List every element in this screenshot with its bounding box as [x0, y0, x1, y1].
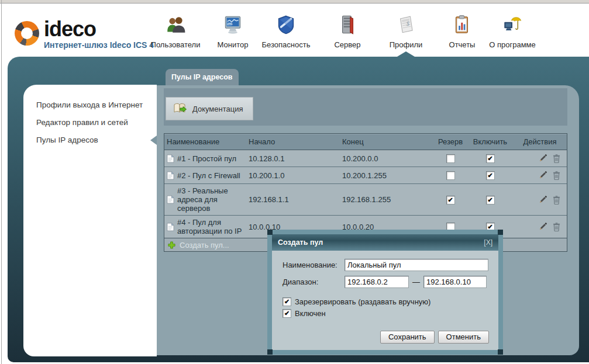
dialog-corner — [267, 230, 273, 235]
table-row: #3 - Реальные адреса для серверов192.168… — [164, 184, 567, 216]
nav-item-security[interactable]: Безопасность — [254, 14, 318, 49]
column-header: Резерв — [433, 137, 467, 146]
pool-start: 10.200.1.0 — [246, 171, 340, 180]
reserve-checkbox[interactable] — [446, 171, 455, 180]
edit-button[interactable] — [538, 222, 547, 231]
pool-name-cell: #1 - Простой пул — [164, 152, 246, 165]
pool-end: 192.168.1.255 — [340, 195, 433, 204]
pool-name: #3 - Реальные адреса для серверов — [177, 186, 244, 213]
delete-button[interactable] — [552, 195, 561, 204]
pool-start: 10.128.0.1 — [246, 154, 340, 163]
edit-button[interactable] — [538, 154, 547, 163]
dialog-title-bar: Создать пул [X] — [272, 234, 498, 251]
app-logo: ideco Интернет-шлюз Ideco ICS 4 — [15, 19, 154, 50]
nav-item-label: Безопасность — [254, 40, 318, 49]
server-icon — [315, 14, 380, 39]
trash-icon — [552, 222, 561, 231]
edit-button[interactable] — [538, 171, 547, 180]
browser-frame-left — [1, 0, 2, 364]
pool-name-cell: #2 - Пул с Firewall — [164, 169, 246, 182]
edit-button[interactable] — [538, 195, 547, 204]
documentation-label: Документация — [192, 105, 243, 113]
dialog-corner — [498, 349, 503, 355]
nav-item-about[interactable]: О программе — [480, 14, 545, 49]
reserve-checkbox[interactable] — [446, 154, 455, 163]
pool-start: 192.168.1.1 — [246, 195, 340, 204]
pencil-icon — [538, 154, 547, 163]
enable-checkbox[interactable] — [486, 196, 495, 204]
pencil-icon — [538, 195, 547, 204]
dialog-title: Создать пул — [278, 234, 323, 251]
nav-item-users[interactable]: Пользователи — [143, 14, 208, 49]
nav-item-label: О программе — [480, 40, 545, 49]
range-label: Диапазон: — [283, 278, 345, 286]
pool-name: #2 - Пул с Firewall — [177, 171, 240, 180]
cancel-button[interactable]: Отменить — [438, 331, 489, 344]
pool-end: 10.200.0.0 — [340, 154, 433, 163]
document-icon — [167, 195, 174, 204]
browser-frame-top — [0, 0, 589, 4]
pool-name-cell: #3 - Реальные адреса для серверов — [164, 184, 246, 215]
pool-name-label: Наименование: — [283, 261, 345, 269]
trash-icon — [552, 154, 561, 163]
security-icon — [254, 14, 318, 39]
ideco-logo-icon — [15, 21, 39, 46]
dialog-close-button[interactable]: [X] — [484, 234, 492, 251]
enable-checkbox[interactable] — [486, 154, 495, 163]
svg-text:$: $ — [407, 20, 410, 27]
delete-button[interactable] — [552, 222, 561, 231]
active-item-arrow-icon — [150, 136, 157, 145]
reserve-checkbox[interactable] — [446, 196, 455, 204]
book-icon — [173, 103, 187, 115]
pool-end: 10.200.1.255 — [340, 171, 433, 180]
pool-name: #1 - Простой пул — [177, 154, 236, 163]
column-header: Конец — [340, 137, 433, 146]
column-header: Действия — [513, 137, 567, 146]
enable-checkbox[interactable] — [486, 171, 495, 180]
range-start-input[interactable] — [345, 276, 409, 288]
documentation-button[interactable]: Документация — [166, 97, 253, 120]
enabled-checkbox[interactable] — [283, 309, 291, 318]
dialog-body: Наименование: Диапазон: — Зарезервироват… — [272, 251, 498, 344]
pool-name-cell: #4 - Пул для авторизации по IP — [164, 216, 246, 238]
nav-item-profiles[interactable]: $Профили — [374, 14, 438, 49]
about-icon — [480, 14, 545, 39]
nav-item-label: Пользователи — [143, 40, 208, 49]
dialog-corner — [267, 349, 273, 355]
range-end-input[interactable] — [423, 276, 487, 288]
sidebar-item-rules-editor[interactable]: Редактор правил и сетей — [23, 114, 157, 131]
logo-title: ideco — [44, 19, 154, 39]
sidebar-item-internet-profiles[interactable]: Профили выхода в Интернет — [23, 96, 157, 114]
active-nav-notch — [397, 51, 415, 57]
sidebar: Профили выхода в ИнтернетРедактор правил… — [23, 85, 157, 356]
document-icon — [167, 154, 174, 163]
users-icon — [143, 14, 208, 39]
profiles-icon: $ — [374, 14, 438, 39]
column-header: Наименование — [164, 137, 246, 146]
table-row: #2 - Пул с Firewall10.200.1.010.200.1.25… — [164, 167, 567, 184]
nav-item-label: Сервер — [315, 40, 380, 49]
document-icon — [167, 171, 174, 180]
column-header: Включить — [467, 137, 513, 146]
delete-button[interactable] — [552, 154, 561, 163]
pool-name: #4 - Пул для авторизации по IP — [177, 218, 244, 235]
sidebar-item-ip-pools[interactable]: Пулы IP адресов — [23, 131, 157, 149]
pool-name-input[interactable] — [345, 259, 488, 271]
enabled-checkbox-label: Включен — [295, 309, 326, 318]
trash-icon — [552, 171, 561, 180]
save-button[interactable]: Сохранить — [380, 331, 435, 344]
logo-subtitle: Интернет-шлюз Ideco ICS 4 — [44, 40, 154, 50]
delete-button[interactable] — [552, 171, 561, 180]
create-pool-label: Создать пул... — [180, 241, 229, 249]
pencil-icon — [538, 171, 547, 180]
svg-text:27%: 27% — [227, 23, 232, 26]
dialog-corner — [498, 230, 503, 235]
toolbar: Документация — [164, 88, 567, 126]
table-row: #1 - Простой пул10.128.0.110.200.0.0 — [164, 150, 567, 167]
table-header: НаименованиеНачалоКонецРезервВключитьДей… — [164, 134, 567, 150]
range-separator: — — [412, 278, 420, 286]
reserve-checkbox[interactable] — [283, 297, 291, 306]
tab-ip-pools[interactable]: Пулы IP адресов — [166, 69, 239, 85]
document-icon — [167, 223, 174, 231]
nav-item-server[interactable]: Сервер — [315, 14, 380, 49]
